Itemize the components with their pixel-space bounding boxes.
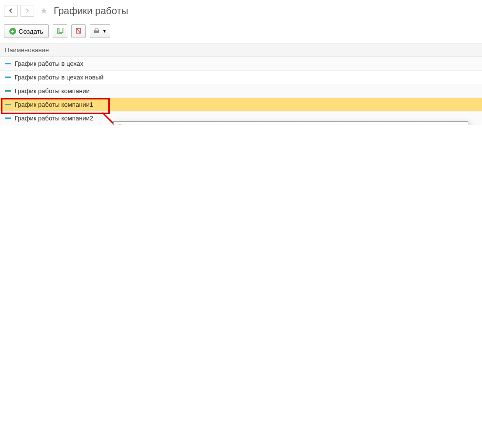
list-item-label: График работы в цехах новый bbox=[15, 74, 103, 81]
create-button[interactable]: +Создать bbox=[4, 24, 49, 38]
item-marker-icon bbox=[5, 77, 11, 78]
titlebar-mminus-button[interactable]: M- bbox=[422, 123, 431, 125]
create-button-label: Создать bbox=[19, 28, 43, 35]
dialog-titlebar-text: График: График работы компании1 (1С:Пред… bbox=[126, 125, 261, 125]
list-item[interactable]: График работы в цехах bbox=[0, 57, 482, 71]
list-header: Наименование bbox=[0, 43, 482, 57]
list-item-label: График работы компании bbox=[15, 87, 90, 95]
page-title: Графики работы bbox=[54, 5, 128, 17]
item-marker-icon bbox=[5, 104, 11, 105]
item-marker-icon bbox=[5, 117, 11, 119]
schedule-dialog: 1с График: График работы компании1 (1С:П… bbox=[113, 121, 468, 125]
svg-rect-5 bbox=[95, 29, 98, 31]
list-item[interactable]: График работы в цехах новый bbox=[0, 71, 482, 84]
app-1c-icon: 1с bbox=[117, 124, 123, 125]
titlebar-calc-icon[interactable] bbox=[377, 123, 386, 125]
print-button[interactable]: ▼ bbox=[90, 24, 110, 38]
list-item-label: График работы в цехах bbox=[15, 60, 83, 67]
titlebar-m-button[interactable]: M bbox=[399, 123, 409, 125]
list-item-label: График работы компании1 bbox=[15, 101, 93, 108]
plus-icon: + bbox=[9, 28, 16, 35]
titlebar-maximize-button[interactable] bbox=[444, 123, 454, 125]
svg-line-3 bbox=[77, 28, 80, 33]
nav-forward-button[interactable] bbox=[20, 5, 34, 17]
svg-rect-1 bbox=[59, 28, 63, 33]
item-marker-icon bbox=[5, 63, 11, 64]
titlebar-close-button[interactable] bbox=[455, 123, 465, 125]
item-marker-icon bbox=[5, 90, 11, 92]
list-item[interactable]: График работы компании bbox=[0, 84, 482, 98]
list-item-selected[interactable]: График работы компании1 bbox=[0, 98, 482, 112]
titlebar-minimize-button[interactable] bbox=[433, 123, 442, 125]
delete-button[interactable] bbox=[71, 24, 86, 38]
list-item-label: График работы компании2 bbox=[15, 115, 93, 122]
titlebar-print-icon[interactable] bbox=[365, 123, 375, 125]
titlebar-calendar-icon[interactable]: 31 bbox=[388, 123, 398, 125]
copy-button[interactable] bbox=[53, 24, 67, 38]
favorite-star-icon[interactable]: ★ bbox=[40, 5, 48, 16]
titlebar-mplus-button[interactable]: M+ bbox=[410, 123, 420, 125]
nav-back-button[interactable] bbox=[4, 5, 18, 17]
dialog-titlebar: 1с График: График работы компании1 (1С:П… bbox=[114, 122, 468, 125]
